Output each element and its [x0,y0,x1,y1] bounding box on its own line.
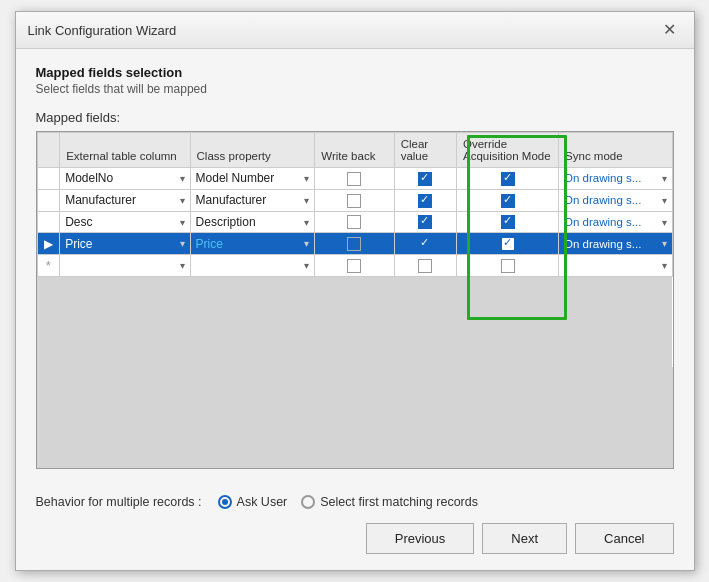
sync-mode-cell[interactable]: On drawing s... ▾ [559,211,672,233]
override-cell[interactable] [457,233,559,255]
cancel-button[interactable]: Cancel [575,523,673,554]
class-prop-value: Manufacturer [196,193,267,207]
write-back-cell[interactable] [315,233,394,255]
sync-mode-dropdown-new[interactable]: ▾ [662,260,667,271]
override-checkbox[interactable] [501,237,515,251]
sync-mode-cell-new[interactable]: ▾ [559,255,672,277]
mapped-fields-table: External table column Class property Wri… [37,132,673,367]
dialog-title: Link Configuration Wizard [28,23,177,38]
override-cell-new[interactable] [457,255,559,277]
class-prop-cell[interactable]: Description ▾ [190,211,315,233]
class-prop-cell[interactable]: Manufacturer ▾ [190,189,315,211]
override-cell[interactable] [457,189,559,211]
table-wrapper: External table column Class property Wri… [37,132,673,367]
clear-value-checkbox[interactable] [418,237,432,251]
ext-col-cell[interactable]: Desc ▾ [60,211,190,233]
next-button[interactable]: Next [482,523,567,554]
override-checkbox[interactable] [501,215,515,229]
write-back-cell-new[interactable] [315,255,394,277]
behavior-row: Behavior for multiple records : Ask User… [36,495,674,509]
override-checkbox[interactable] [501,172,515,186]
ext-col-value: ModelNo [65,171,113,185]
ext-col-dropdown[interactable]: ▾ [180,217,185,228]
write-back-cell[interactable] [315,211,394,233]
empty-cell [37,277,672,307]
class-prop-value: Model Number [196,171,275,185]
empty-cell [37,307,672,337]
ext-col-cell-new[interactable]: ▾ [60,255,190,277]
write-back-checkbox[interactable] [347,237,361,251]
class-prop-dropdown[interactable]: ▾ [304,217,309,228]
th-class-prop: Class property [190,133,315,168]
dialog-body: Mapped fields selection Select fields th… [16,49,694,485]
clear-value-checkbox[interactable] [418,215,432,229]
radio-ask-user-label: Ask User [237,495,288,509]
class-prop-dropdown[interactable]: ▾ [304,195,309,206]
write-back-cell[interactable] [315,189,394,211]
sync-mode-cell[interactable]: On drawing s... ▾ [559,233,672,255]
ext-col-dropdown-new[interactable]: ▾ [180,260,185,271]
radio-ask-user-dot[interactable] [218,495,232,509]
ext-col-dropdown[interactable]: ▾ [180,195,185,206]
sync-mode-cell[interactable]: On drawing s... ▾ [559,168,672,190]
ext-col-cell[interactable]: Price ▾ [60,233,190,255]
override-checkbox[interactable] [501,194,515,208]
ext-col-dropdown[interactable]: ▾ [180,238,185,249]
close-button[interactable]: ✕ [657,20,682,40]
write-back-checkbox[interactable] [347,172,361,186]
radio-ask-user[interactable]: Ask User [218,495,288,509]
class-prop-cell[interactable]: Model Number ▾ [190,168,315,190]
override-cell[interactable] [457,211,559,233]
class-prop-dropdown[interactable]: ▾ [304,238,309,249]
th-row-indicator [37,133,60,168]
clear-value-checkbox-new[interactable] [418,259,432,273]
clear-value-cell[interactable] [394,189,456,211]
clear-value-cell[interactable] [394,211,456,233]
previous-button[interactable]: Previous [366,523,475,554]
th-override: Override Acquisition Mode [457,133,559,168]
sync-mode-value: On drawing s... [564,172,641,184]
section-subtitle: Select fields that will be mapped [36,82,674,96]
class-prop-cell[interactable]: Price ▾ [190,233,315,255]
clear-value-cell[interactable] [394,233,456,255]
clear-value-cell-new[interactable] [394,255,456,277]
write-back-checkbox-new[interactable] [347,259,361,273]
class-prop-dropdown[interactable]: ▾ [304,173,309,184]
sync-mode-dropdown[interactable]: ▾ [662,217,667,228]
table-row-selected: ▶ Price ▾ Price ▾ [37,233,672,255]
th-sync-mode: Sync mode [559,133,672,168]
empty-row [37,277,672,307]
clear-value-cell[interactable] [394,168,456,190]
table-row: ModelNo ▾ Model Number ▾ [37,168,672,190]
table-row: Manufacturer ▾ Manufacturer ▾ [37,189,672,211]
class-prop-dropdown-new[interactable]: ▾ [304,260,309,271]
table-row: Desc ▾ Description ▾ [37,211,672,233]
ext-col-dropdown[interactable]: ▾ [180,173,185,184]
write-back-cell[interactable] [315,168,394,190]
empty-row [37,307,672,337]
ext-col-value: Price [65,237,92,251]
row-indicator-cell [37,189,60,211]
sync-mode-cell[interactable]: On drawing s... ▾ [559,189,672,211]
radio-first-match-dot[interactable] [301,495,315,509]
sync-mode-value: On drawing s... [564,194,641,206]
clear-value-checkbox[interactable] [418,172,432,186]
clear-value-checkbox[interactable] [418,194,432,208]
override-cell[interactable] [457,168,559,190]
behavior-label: Behavior for multiple records : [36,495,202,509]
write-back-checkbox[interactable] [347,215,361,229]
override-checkbox-new[interactable] [501,259,515,273]
sync-mode-dropdown[interactable]: ▾ [662,173,667,184]
mapped-fields-table-container: External table column Class property Wri… [36,131,674,469]
sync-mode-dropdown[interactable]: ▾ [662,195,667,206]
section-title: Mapped fields selection [36,65,674,80]
new-row-indicator: * [37,255,60,277]
write-back-checkbox[interactable] [347,194,361,208]
class-prop-cell-new[interactable]: ▾ [190,255,315,277]
ext-col-cell[interactable]: Manufacturer ▾ [60,189,190,211]
ext-col-cell[interactable]: ModelNo ▾ [60,168,190,190]
radio-group: Ask User Select first matching records [218,495,478,509]
sync-mode-dropdown[interactable]: ▾ [662,238,667,249]
radio-first-match[interactable]: Select first matching records [301,495,478,509]
th-clear-value: Clear value [394,133,456,168]
